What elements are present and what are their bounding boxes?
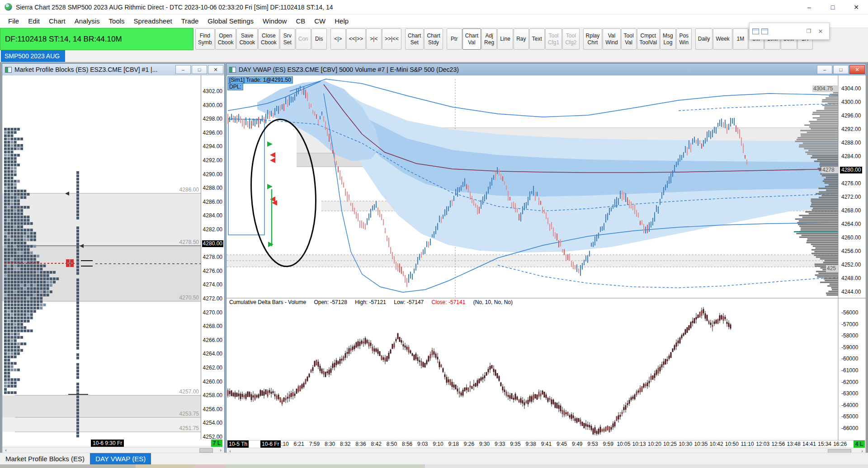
delta-low: Low: -57147: [394, 299, 424, 305]
delta-axis-label: -63000: [840, 390, 859, 397]
close-icon[interactable]: ✕: [208, 65, 223, 74]
left-price-label: 4276.00: [202, 268, 223, 275]
toolbar-button-close-cbook[interactable]: Close Cbook: [258, 28, 279, 50]
toolbar-button-tool-val[interactable]: Tool Val: [621, 28, 637, 50]
delta-axis-label: -65000: [840, 413, 859, 420]
toolbar-button-week[interactable]: Week: [713, 28, 732, 50]
close-icon[interactable]: ✕: [815, 28, 826, 35]
maximize-icon[interactable]: □: [833, 65, 849, 74]
toolbar-button-val-wind[interactable]: Val Wind: [603, 28, 620, 50]
menu-file[interactable]: File: [4, 15, 24, 27]
toolbar-button-[interactable]: >>|<<: [382, 28, 401, 50]
maximize-icon[interactable]: □: [821, 0, 844, 14]
left-scrollbar[interactable]: ‹ ›: [2, 447, 224, 453]
desktop-strip-segment: [136, 464, 194, 468]
toolbar-button-text[interactable]: Text: [529, 28, 545, 50]
day-vwap-titlebar[interactable]: DAY VWAP (ES) ESZ3.CME [CBV] 5000 Volume…: [226, 64, 866, 75]
left-price-label: 4254.00: [202, 420, 223, 426]
menu-bar: FileEditChartAnalysisToolsSpreadsheetTra…: [0, 14, 868, 28]
toolbar-button-cmpct-toolval[interactable]: Cmpct ToolVal: [637, 28, 660, 50]
time-label: 9:59: [603, 440, 613, 448]
menu-edit[interactable]: Edit: [24, 15, 44, 27]
minimize-icon[interactable]: –: [817, 65, 832, 74]
toolbar-button-chart-val[interactable]: Chart Val: [462, 28, 481, 50]
right-price-label: 4300.00: [840, 99, 862, 106]
delta-axis-label: -59000: [840, 344, 859, 351]
profile-level-label: 4278.50: [179, 239, 199, 245]
time-label: 9:03: [417, 440, 428, 448]
toolbar-button-msg-log[interactable]: Msg Log: [660, 28, 676, 50]
menu-chart[interactable]: Chart: [44, 15, 70, 27]
menu-window[interactable]: Window: [258, 15, 291, 27]
trade-line: [Sim1] Trade: 1@4291.50: [227, 76, 293, 84]
right-price-label: 4264.00: [840, 221, 862, 228]
chartbook-tabbar: SMP500 2023 AUG: [0, 50, 868, 62]
taskbar-item-day-vwap-es-[interactable]: DAY VWAP (ES): [90, 453, 151, 464]
toolbar-button-[interactable]: >|<: [366, 28, 382, 50]
maximize-icon[interactable]: □: [192, 65, 207, 74]
floating-thumbnail-popup[interactable]: ❐ ✕: [749, 23, 830, 40]
toolbar-button-find-symb[interactable]: Find Symb: [195, 28, 215, 50]
left-price-label: 4256.00: [202, 406, 223, 413]
toolbar-button-1m[interactable]: 1M: [733, 28, 748, 50]
time-label: 4:10: [278, 440, 288, 448]
toolbar-button-tool-cfg1[interactable]: Tool Cfg1: [545, 28, 562, 50]
time-label: 8:36: [355, 440, 366, 448]
dpl-line: DPL:: [227, 84, 243, 90]
close-icon[interactable]: ✕: [849, 65, 865, 74]
delta-study-header: Cumulative Delta Bars - Volume Open: -57…: [229, 299, 519, 305]
time-label: 10:50: [725, 440, 739, 448]
menu-spreadsheet[interactable]: Spreadsheet: [129, 15, 177, 27]
time-label: 10:05: [617, 440, 630, 448]
market-profile-plot[interactable]: 4286.004278.504270.504257.004253.754251.…: [2, 75, 201, 440]
left-price-scale[interactable]: 4302.004300.004298.004296.004294.004292.…: [201, 75, 224, 440]
left-price-label: 4280.00: [202, 240, 223, 247]
toolbar-button-srv-set[interactable]: Srv Set: [280, 28, 295, 50]
tab-smp500-2023-aug[interactable]: SMP500 2023 AUG: [1, 50, 65, 62]
taskbar-item-market-profile-blocks-es-[interactable]: Market Profile Blocks (ES): [0, 453, 90, 464]
menu-global-settings[interactable]: Global Settings: [203, 15, 258, 27]
toolbar-button-chart-stdy[interactable]: Chart Stdy: [424, 28, 443, 50]
menu-help[interactable]: Help: [330, 15, 353, 27]
menu-analysis[interactable]: Analysis: [70, 15, 104, 27]
trade-position-overlay: [Sim1] Trade: 1@4291.50 DPL:: [227, 76, 293, 90]
desktop-strip-segment: [194, 464, 226, 468]
right-price-label: 4296.00: [840, 112, 862, 119]
day-vwap-chart[interactable]: [Sim1] Trade: 1@4291.50 DPL: 4304.004300…: [226, 75, 866, 453]
time-label: 6:21: [294, 440, 304, 448]
toolbar-button-chart-set[interactable]: Chart Set: [405, 28, 424, 50]
toolbar-button-open-cbook[interactable]: Open Cbook: [215, 28, 236, 50]
minimize-icon[interactable]: –: [175, 65, 191, 74]
toolbar-button-daily[interactable]: Daily: [695, 28, 713, 50]
toolbar-button-[interactable]: <<|>>: [346, 28, 366, 50]
toolbar-button-line[interactable]: Line: [497, 28, 513, 50]
close-icon[interactable]: ✕: [844, 0, 868, 14]
menu-cb[interactable]: CB: [291, 15, 310, 27]
toolbar-button-con[interactable]: Con: [296, 28, 311, 50]
time-label: 10:20: [648, 440, 661, 448]
right-price-label: 4304.00: [840, 85, 862, 92]
time-label: 15:34: [818, 440, 831, 448]
left-time-label: 10-6 9:30 Fr: [91, 440, 124, 447]
time-label: 9:45: [557, 440, 567, 448]
toolbar-button-[interactable]: <|>: [330, 28, 346, 50]
toolbar-button-ptr[interactable]: Ptr: [447, 28, 462, 50]
toolbar-button-rplay-chrt[interactable]: Rplay Chrt: [583, 28, 603, 50]
menu-trade[interactable]: Trade: [177, 15, 203, 27]
toolbar-button-adj-reg[interactable]: Adj Reg: [481, 28, 497, 50]
time-label: 10:30: [679, 440, 692, 448]
scroll-thumb[interactable]: [199, 448, 213, 453]
profile-level-label: 4253.75: [179, 411, 199, 417]
toolbar-button-save-cbook[interactable]: Save Cbook: [236, 28, 258, 50]
time-label: 8:50: [387, 440, 397, 448]
menu-cw[interactable]: CW: [310, 15, 330, 27]
desktop-strip-segment: [0, 464, 136, 468]
toolbar-button-tool-cfg2[interactable]: Tool Cfg2: [562, 28, 579, 50]
menu-tools[interactable]: Tools: [104, 15, 129, 27]
toolbar-button-pos-win[interactable]: Pos Win: [676, 28, 692, 50]
restore-icon[interactable]: ❐: [803, 28, 815, 34]
minimize-icon[interactable]: –: [797, 0, 821, 14]
toolbar-button-ray[interactable]: Ray: [514, 28, 529, 50]
market-profile-titlebar[interactable]: Market Profile Blocks (ES) ESZ3.CME [CBV…: [2, 64, 224, 75]
toolbar-button-dis[interactable]: Dis: [311, 28, 327, 50]
